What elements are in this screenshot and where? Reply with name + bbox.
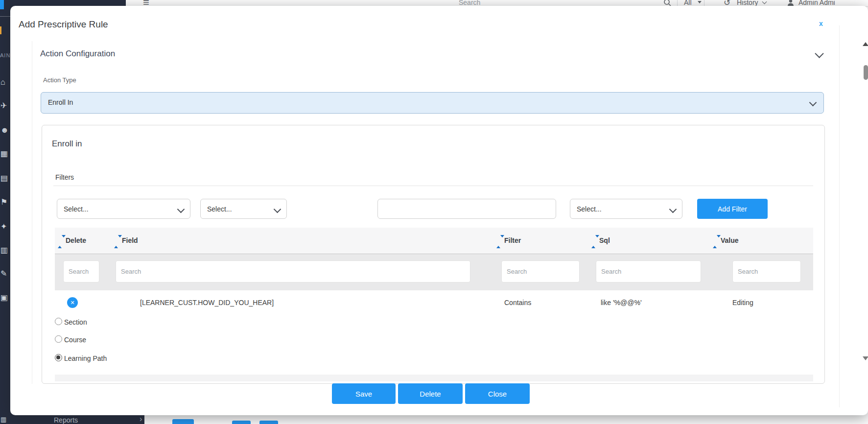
filters-label: Filters (55, 173, 74, 181)
radio-learning-path-label[interactable]: Learning Path (64, 354, 107, 362)
delete-button[interactable]: Delete (398, 383, 463, 404)
radio-course-label[interactable]: Course (64, 336, 86, 344)
reports-icon: ▥ (0, 416, 6, 424)
table-row: ✕ [LEARNER_CUST.HOW_DID_YOU_HEAR] Contai… (55, 290, 813, 315)
add-filter-button[interactable]: Add Filter (697, 199, 768, 219)
sidebar-tools-icon[interactable]: ✎ (0, 270, 7, 278)
column-header-sql[interactable]: Sql (599, 236, 610, 244)
scrollbar-up-arrow-icon[interactable] (863, 42, 868, 46)
sort-filter-icon[interactable] (496, 237, 501, 246)
sidebar-graduation-icon[interactable]: ✦ (0, 223, 7, 231)
select-chevron-icon (177, 206, 185, 213)
column-header-value[interactable]: Value (721, 236, 739, 244)
section-left-border (32, 41, 32, 384)
action-type-select[interactable]: Enroll In (41, 92, 824, 114)
app-logo (0, 0, 4, 9)
sidebar-notes-icon[interactable]: ▤ (0, 174, 8, 182)
clipped-table-strip (55, 375, 813, 381)
action-configuration-heading: Action Configuration (40, 49, 115, 59)
sort-value-icon[interactable] (713, 237, 718, 246)
radio-learning-path[interactable] (55, 354, 62, 361)
sidebar-active-marker (0, 26, 1, 34)
sidebar-user-icon[interactable]: ☻ (0, 126, 9, 134)
enroll-in-card: Enroll in Filters Select... Select... Se… (42, 125, 825, 384)
row-field-cell: [LEARNER_CUST.HOW_DID_YOU_HEAR] (140, 299, 274, 306)
table-search-row (55, 254, 813, 290)
sort-field-icon[interactable] (114, 237, 119, 246)
scrollbar-down-arrow-icon[interactable] (863, 356, 868, 360)
filter-logic-select-value: Select... (577, 205, 602, 213)
reports-expand-chevron-icon: › (140, 415, 142, 424)
sidebar-building-icon[interactable]: ▣ (0, 294, 8, 302)
column-header-field[interactable]: Field (122, 236, 138, 244)
filter-field-select-value: Select... (64, 205, 89, 213)
search-field-input[interactable] (116, 260, 470, 283)
add-prescriptive-rule-modal: Add Prescriptive Rule x Action Configura… (10, 6, 868, 415)
action-type-value: Enroll In (48, 98, 73, 106)
search-sql-input[interactable] (596, 260, 701, 283)
search-value-input[interactable] (732, 260, 801, 283)
sidebar-calendar-icon[interactable]: ▦ (0, 150, 8, 158)
select-chevron-icon (274, 206, 282, 213)
row-sql-cell: like '%@@%' (601, 299, 642, 306)
filter-logic-select[interactable]: Select... (570, 199, 682, 219)
filter-value-input[interactable] (377, 199, 556, 219)
search-filter-input[interactable] (501, 260, 580, 283)
scroll-area-border (839, 25, 840, 407)
sidebar-send-icon[interactable]: ✈ (0, 102, 7, 110)
select-chevron-icon (669, 206, 677, 213)
scrollbar-thumb[interactable] (864, 65, 868, 80)
scope-caret-icon (698, 1, 702, 3)
radio-section[interactable] (55, 318, 62, 325)
search-delete-input[interactable] (63, 260, 99, 283)
close-button[interactable]: Close (465, 383, 530, 404)
screen: AIN ⌂ ✈ ☻ ▦ ▤ ⚑ ✦ ▥ ✎ ▣ ▥ Reports › ≡ Se… (0, 0, 868, 424)
modal-title: Add Prescriptive Rule (19, 19, 108, 30)
radio-section-label[interactable]: Section (64, 318, 87, 326)
sidebar-flag-icon[interactable]: ⚑ (0, 198, 7, 206)
column-header-delete[interactable]: Delete (66, 236, 86, 244)
radio-course[interactable] (55, 335, 62, 343)
row-value-cell: Editing (732, 299, 753, 306)
action-type-label: Action Type (43, 76, 76, 84)
sidebar-home-icon[interactable]: ⌂ (0, 78, 5, 86)
filters-divider (53, 186, 813, 186)
enroll-in-heading: Enroll in (52, 139, 82, 149)
table-header-row: Delete Field Filter Sql Value (55, 228, 813, 254)
collapse-chevron-icon[interactable] (815, 49, 823, 58)
filter-operator-select-value: Select... (207, 205, 232, 213)
filter-operator-select[interactable]: Select... (200, 199, 287, 219)
row-delete-icon[interactable]: ✕ (67, 297, 78, 308)
background-button-fragment-3[interactable] (259, 421, 278, 424)
sort-sql-icon[interactable] (591, 237, 596, 246)
background-button-fragment[interactable] (172, 419, 194, 424)
column-header-filter[interactable]: Filter (504, 236, 521, 244)
filter-field-select[interactable]: Select... (57, 199, 190, 219)
background-button-fragment-2[interactable] (232, 421, 251, 424)
history-chevron-icon (762, 0, 767, 4)
sidebar-section-label: AIN (0, 52, 10, 58)
sort-delete-icon[interactable] (58, 237, 63, 246)
reports-label: Reports (54, 416, 78, 424)
sidebar-library-icon[interactable]: ▥ (0, 246, 8, 254)
row-filter-cell: Contains (504, 299, 531, 306)
select-chevron-icon (809, 99, 817, 107)
save-button[interactable]: Save (332, 383, 396, 404)
modal-close-button[interactable]: x (819, 20, 823, 27)
